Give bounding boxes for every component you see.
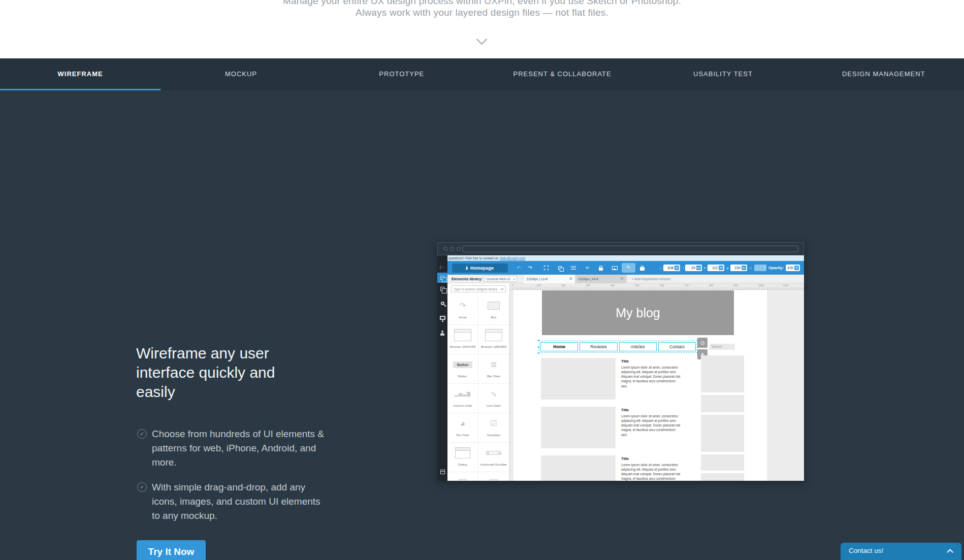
blog-sections: Title Lorem ipsum dolor sit amet, consec… [541,358,693,481]
library-item[interactable]: ↷ Arrow [447,295,478,325]
archive-icon[interactable] [437,467,447,477]
contact-us-widget[interactable]: Contact us! [841,543,961,560]
placeholder-box[interactable] [541,407,616,448]
placeholder-box[interactable] [701,395,744,412]
library-item[interactable]: ▂▅▃▇ Column Chart [447,384,478,413]
add-responsive-link[interactable]: + Add responsive version [632,277,670,281]
editor-toolbar: Homepage ↶ ↷ ∞ [447,261,804,275]
dimension-field: x: 112 px [704,265,724,271]
user-icon[interactable] [437,328,447,338]
nav-tab[interactable]: PROTOTYPE [322,58,482,90]
nav-tab[interactable]: WIREFRAME [0,58,160,90]
hero-heading: Wireframe any user interface quickly and… [136,344,311,402]
blog-section: Title Lorem ipsum dolor sit amet, consec… [541,455,693,481]
placeholder-box[interactable] [701,355,744,392]
pages-icon[interactable] [437,273,447,283]
preview-monitor-icon[interactable] [437,313,447,323]
widget-grid: ↷ Arrow Box Browser 1024x768 Browser 128… [447,295,510,472]
blog-nav-item[interactable]: Articles [619,342,657,351]
library-item[interactable]: A [478,472,509,481]
field-input[interactable]: 638 px [663,265,680,271]
text-widget-icon: A [490,479,498,481]
field-input[interactable]: 229 px [730,265,747,271]
library-item[interactable]: ☑ Checkbox [478,413,509,443]
resize-handle[interactable] [537,346,540,348]
placeholder-box[interactable] [701,454,744,471]
window-button-icon[interactable] [450,247,454,251]
nav-tab-label: WIREFRAME [58,70,103,78]
placeholder-box[interactable] [541,455,616,481]
blog-nav-item[interactable]: Home [540,342,578,351]
contact-email-link[interactable]: hello@uxpin.com [500,256,525,260]
field-input[interactable]: 112 px [708,265,724,271]
library-item[interactable]: Box [478,295,509,325]
library-item[interactable]: ∿ Line Chart [478,384,509,413]
field-input[interactable]: 29 px [685,265,702,271]
library-item[interactable]: Browser 1280x800 [478,325,509,354]
target-button[interactable]: ⊙ [697,338,708,348]
clear-icon[interactable]: ⊗ [500,287,505,291]
left-rail: [← [437,255,447,481]
export-icon [640,267,645,271]
placeholder-box[interactable] [701,473,744,481]
library-item[interactable]: Dialog [447,443,478,472]
section-body: Lorem ipsum dolor sit amet, consectetur … [621,414,681,437]
toolbar-icons: ∞ ✎ [539,263,649,273]
library-item[interactable]: ◕ Pie Chart [447,413,478,443]
page-name: Homepage [470,266,494,271]
undo-icon[interactable]: ↶ [517,265,521,271]
chevron-down-icon[interactable] [476,34,487,45]
resize-handle[interactable] [537,339,540,342]
dimension-field: ↕ 29 px [682,265,702,271]
layers-icon[interactable] [437,284,447,294]
nav-tab[interactable]: MOCKUP [160,58,321,90]
sidebar-placeholders [701,355,744,481]
link-icon: ∞ [586,266,589,270]
image-icon [612,266,618,270]
library-item[interactable]: Button Button [447,354,478,384]
redo-icon[interactable]: ↷ [528,265,532,271]
placeholder-box[interactable] [701,415,744,452]
ruler-label: 1100 [783,284,805,287]
library-item[interactable]: Browser 1024x768 [447,325,478,354]
blog-header-block[interactable]: My blog [542,290,734,335]
color-swatch[interactable]: ▾ [754,265,766,271]
nav-tab-label: USABILITY TEST [693,70,753,78]
window-button-icon[interactable] [457,247,461,251]
library-item[interactable]: Horizontal Scrollbar [478,443,509,472]
notification-bar: Any questions? Feel free to contact us: … [437,255,804,261]
breakpoint-tab[interactable]: 1024px | Lo-fi ⚙ [524,275,575,283]
search-icon[interactable] [437,298,447,308]
marquee-icon [544,266,549,270]
exit-icon[interactable]: [← [437,261,447,272]
ruler-label: 600 [660,284,685,287]
ruler-label: 200 [561,284,586,287]
dimension-field: y: 229 px [726,265,747,271]
nav-tab[interactable]: USABILITY TEST [642,58,803,90]
library-dropdown[interactable]: General Web UI ▾ [485,276,517,282]
window-button-icon[interactable] [443,247,447,251]
feature-bullets: ✓ Choose from hundreds of UI elements & … [137,427,325,534]
resize-handle[interactable] [537,352,540,354]
library-item[interactable]: ≣ Bar Chart [478,354,509,384]
library-item[interactable]: ▦ [447,472,478,481]
blog-nav-item[interactable]: Reviews [580,342,617,351]
nav-tab[interactable]: PRESENT & COLLABORATE [482,58,642,90]
caret-down-icon: ▾ [513,277,515,281]
try-it-now-button[interactable]: Try It Now [137,540,206,560]
widget-search-input[interactable]: Type to search widgets library ⊗ [451,285,506,292]
blog-nav-item[interactable]: Contact [658,342,696,351]
field-prefix: ↔ [659,266,662,270]
page-selector-button[interactable]: Homepage [452,263,508,273]
blog-search-input[interactable]: Search [710,344,735,350]
placeholder-box[interactable] [541,358,616,400]
unit-chip: px [719,266,723,270]
nav-tab-label: MOCKUP [225,70,257,78]
url-bar[interactable] [462,246,798,252]
breakpoint-tab[interactable]: 1024px | Hi-fi ⚙ [575,275,627,283]
check-circle-icon: ✓ [137,429,147,439]
selected-nav-widget[interactable]: HomeReviewsArticlesContact [539,341,697,353]
opacity-input[interactable]: 100 % [786,265,800,271]
opacity-label: Opacity: [768,266,784,270]
nav-tab[interactable]: DESIGN MANAGEMENT [804,58,964,90]
